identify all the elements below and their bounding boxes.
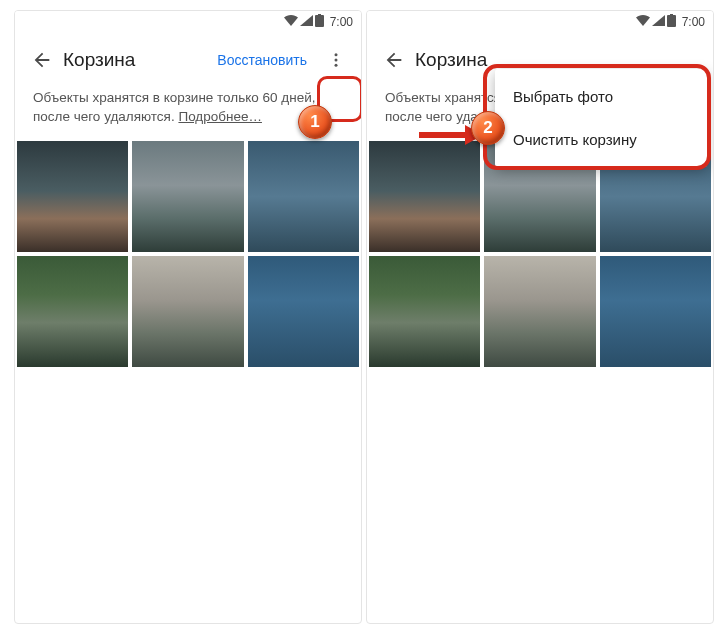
signal-icon	[652, 15, 665, 29]
wifi-icon	[284, 15, 298, 29]
photo-thumbnail[interactable]	[248, 141, 359, 252]
back-button[interactable]	[373, 39, 415, 81]
annotation-step-marker: 1	[298, 105, 332, 139]
battery-icon	[667, 14, 676, 30]
photo-thumbnail[interactable]	[369, 256, 480, 367]
info-line2: после чего удаляются.	[33, 109, 178, 124]
status-bar: 7:00	[367, 11, 713, 33]
svg-point-1	[335, 59, 338, 62]
overflow-menu: Выбрать фото Очистить корзину	[495, 69, 707, 167]
restore-button[interactable]: Восстановить	[207, 44, 317, 76]
battery-icon	[315, 14, 324, 30]
phone-screenshot-right: 7:00 Корзина Объекты хранятся в корзине …	[366, 10, 714, 624]
photo-thumbnail[interactable]	[600, 256, 711, 367]
back-button[interactable]	[21, 39, 63, 81]
photo-thumbnail[interactable]	[17, 141, 128, 252]
phone-screenshot-left: 7:00 Корзина Восстановить Объекты хранят…	[14, 10, 362, 624]
photo-thumbnail[interactable]	[369, 141, 480, 252]
photo-thumbnail[interactable]	[132, 141, 243, 252]
menu-item-select-photo[interactable]: Выбрать фото	[495, 75, 707, 118]
info-line1: Объекты хранятся в корзине только 60 дне…	[33, 90, 315, 105]
page-title: Корзина	[63, 49, 207, 71]
photo-grid	[367, 141, 713, 368]
signal-icon	[300, 15, 313, 29]
status-bar: 7:00	[15, 11, 361, 33]
wifi-icon	[636, 15, 650, 29]
menu-item-empty-trash[interactable]: Очистить корзину	[495, 118, 707, 161]
more-options-button[interactable]	[317, 41, 355, 79]
photo-grid	[15, 141, 361, 368]
svg-point-0	[335, 53, 338, 56]
learn-more-link[interactable]: Подробнее…	[178, 109, 262, 124]
photo-thumbnail[interactable]	[484, 256, 595, 367]
photo-thumbnail[interactable]	[248, 256, 359, 367]
page-title: Корзина	[415, 49, 707, 71]
photo-thumbnail[interactable]	[132, 256, 243, 367]
photo-thumbnail[interactable]	[17, 256, 128, 367]
svg-point-2	[335, 64, 338, 67]
clock-text: 7:00	[682, 15, 705, 29]
app-bar: Корзина Восстановить	[15, 33, 361, 87]
clock-text: 7:00	[330, 15, 353, 29]
annotation-step-marker: 2	[471, 111, 505, 145]
